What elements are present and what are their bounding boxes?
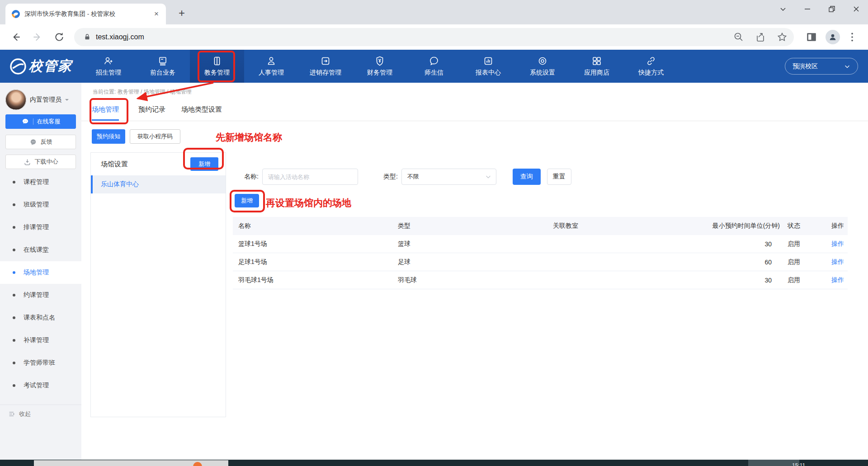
- topnav-item-message[interactable]: 师生信: [407, 50, 461, 83]
- os-taskbar[interactable]: 15:11: [0, 460, 868, 466]
- sidebar-menu: 课程管理 班级管理 排课管理 在线课堂 场地管理 约课管理 课表和点名 补课管理…: [0, 171, 81, 397]
- sidebar-item-course[interactable]: 课程管理: [0, 171, 81, 193]
- taskbar-app-icon[interactable]: [193, 462, 202, 466]
- sidebar-item-advisor[interactable]: 学管师带班: [0, 352, 81, 374]
- browser-tab[interactable]: 深圳市快乐学教育集团 - 校管家校 ×: [5, 4, 166, 24]
- tab-booking-records[interactable]: 预约记录: [138, 98, 165, 121]
- bullet-icon: [13, 181, 15, 184]
- taskbar-window-segment[interactable]: [34, 460, 228, 466]
- sidebar-item-timetable[interactable]: 课表和点名: [0, 306, 81, 329]
- topnav-item-hr[interactable]: 人事管理: [244, 50, 298, 83]
- bar-chart-icon: [483, 56, 494, 66]
- row-action-link[interactable]: 操作: [830, 276, 844, 284]
- topnav-item-label: 应用商店: [584, 69, 609, 77]
- download-center-button[interactable]: 下载中心: [5, 155, 76, 169]
- row-action-link[interactable]: 操作: [830, 258, 844, 266]
- tab-venue-type-settings[interactable]: 场地类型设置: [181, 98, 222, 121]
- sidebar-item-scheduling[interactable]: 排课管理: [0, 216, 81, 239]
- link-icon: [646, 56, 656, 66]
- reset-button[interactable]: 重置: [547, 169, 571, 185]
- bullet-icon: [13, 226, 15, 229]
- sidebar-item-exam[interactable]: 考试管理: [0, 374, 81, 397]
- lock-icon: [83, 33, 91, 41]
- venue-panel-header: 场馆设置 新增: [91, 153, 226, 175]
- share-icon[interactable]: [755, 32, 766, 42]
- sidebar-item-label: 排课管理: [24, 223, 49, 231]
- type-filter-select[interactable]: 不限: [401, 169, 496, 185]
- annotation-add-venue-name: 先新增场馆名称: [216, 131, 282, 144]
- browser-toolbar: test.xiaogj.com: [0, 24, 868, 50]
- sidebar-item-label: 考试管理: [24, 381, 49, 390]
- chat-bubble-icon: [429, 56, 439, 66]
- app-logo[interactable]: 校管家: [9, 50, 72, 83]
- field-add-button[interactable]: 新增: [235, 194, 259, 207]
- tab-title: 深圳市快乐学教育集团 - 校管家校: [24, 10, 115, 18]
- sidebar-item-booking[interactable]: 约课管理: [0, 284, 81, 306]
- tab-close-icon[interactable]: ×: [151, 9, 161, 19]
- cell-minutes: 30: [666, 277, 780, 284]
- new-tab-button[interactable]: +: [175, 6, 189, 21]
- bullet-icon: [13, 316, 15, 319]
- annotation-setup-fields: 再设置场馆内的场地: [266, 197, 351, 209]
- feedback-button[interactable]: 反馈: [5, 135, 76, 149]
- topnav-item-appstore[interactable]: 应用商店: [570, 50, 624, 83]
- topnav-item-finance[interactable]: 财务管理: [353, 50, 407, 83]
- table-row: 篮球1号场 篮球 30 启用 操作: [233, 235, 848, 253]
- topnav-items: 招生管理 前台业务 教务管理 人事管理 进销存管理 财务管理 师生信 报表中心: [81, 50, 678, 83]
- forward-icon[interactable]: [32, 31, 43, 43]
- sidebar-item-online-class[interactable]: 在线课堂: [0, 239, 81, 261]
- venue-add-button[interactable]: 新增: [190, 157, 218, 171]
- online-service-button[interactable]: 在线客服: [5, 114, 76, 129]
- front-desk-icon: [157, 56, 168, 66]
- logo-swirl-icon: [9, 57, 27, 75]
- side-panel-icon[interactable]: [806, 31, 817, 43]
- reload-icon[interactable]: [53, 31, 65, 43]
- topnav-item-settings[interactable]: 系统设置: [515, 50, 570, 83]
- row-action-link[interactable]: 操作: [830, 240, 844, 248]
- topnav-item-academic[interactable]: 教务管理: [190, 50, 244, 83]
- booking-notice-button[interactable]: 预约须知: [92, 129, 125, 144]
- sidebar-item-class[interactable]: 班级管理: [0, 193, 81, 216]
- topnav-item-frontdesk[interactable]: 前台业务: [136, 50, 190, 83]
- topnav-item-shortcut[interactable]: 快捷方式: [624, 50, 678, 83]
- col-header-room: 关联教室: [553, 222, 666, 230]
- get-miniprogram-code-button[interactable]: 获取小程序码: [130, 129, 180, 144]
- tab-venue-management[interactable]: 场地管理: [92, 98, 119, 121]
- sidebar: 内置管理员 在线客服 反馈 下载中心 课程管理 班级管理 排课管理 在线课堂 场…: [0, 83, 81, 460]
- campus-selector[interactable]: 预演校区: [785, 58, 858, 75]
- topnav-item-inventory[interactable]: 进销存管理: [298, 50, 353, 83]
- bookmark-star-icon[interactable]: [777, 32, 788, 42]
- venue-list-item[interactable]: 乐山体育中心: [91, 175, 226, 193]
- sidebar-item-label: 班级管理: [24, 201, 49, 209]
- zoom-out-icon[interactable]: [733, 32, 744, 42]
- cell-type: 羽毛球: [398, 276, 553, 284]
- yuan-badge-icon: [374, 56, 385, 66]
- topnav-item-enrollment[interactable]: 招生管理: [81, 50, 136, 83]
- kebab-menu-icon[interactable]: [846, 31, 858, 43]
- restore-icon[interactable]: [828, 5, 835, 13]
- sidebar-item-label: 补课管理: [24, 336, 49, 344]
- chevron-down-icon[interactable]: [779, 5, 787, 13]
- sidebar-item-venue[interactable]: 场地管理: [0, 261, 81, 284]
- user-row[interactable]: 内置管理员: [5, 89, 78, 110]
- person-add-icon: [103, 56, 114, 66]
- cell-name: 篮球1号场: [238, 240, 398, 248]
- cell-type: 足球: [398, 258, 553, 266]
- collapse-sidebar-button[interactable]: 收起: [0, 405, 81, 423]
- back-icon[interactable]: [10, 31, 22, 43]
- address-bar[interactable]: test.xiaogj.com: [74, 28, 794, 46]
- url-text: test.xiaogj.com: [96, 33, 722, 41]
- bullet-icon: [13, 249, 15, 251]
- minimize-icon[interactable]: [804, 5, 811, 13]
- browser-profile-avatar[interactable]: [826, 30, 840, 44]
- bullet-icon: [13, 271, 15, 274]
- name-filter-input[interactable]: [262, 169, 358, 185]
- topnav-item-label: 系统设置: [530, 69, 555, 77]
- topnav-item-reports[interactable]: 报表中心: [461, 50, 515, 83]
- close-icon[interactable]: [853, 5, 860, 13]
- bullet-icon: [13, 384, 15, 387]
- search-button[interactable]: 查询: [513, 169, 541, 185]
- topnav-item-label: 快捷方式: [638, 69, 664, 77]
- download-center-label: 下载中心: [35, 158, 58, 166]
- sidebar-item-makeup[interactable]: 补课管理: [0, 329, 81, 352]
